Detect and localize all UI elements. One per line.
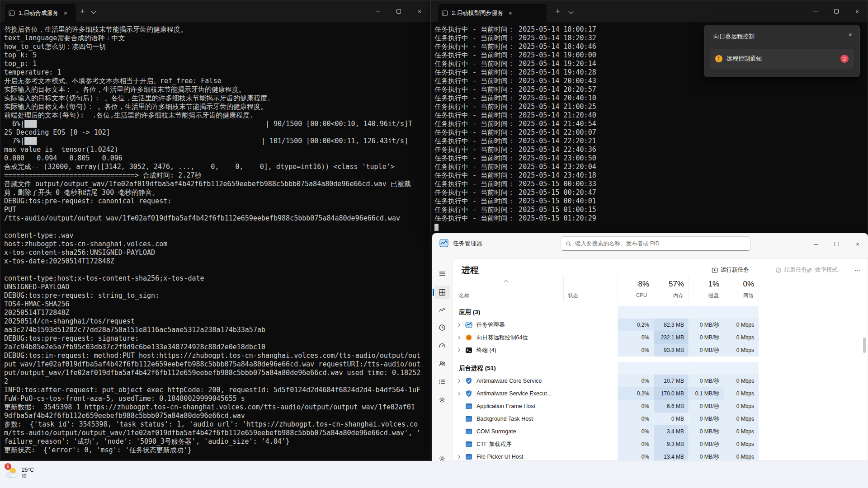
process-group-header[interactable]: 应用 (3) xyxy=(453,306,868,319)
cell-disk: 0 MB/秒 xyxy=(689,400,724,413)
remote-notification-item[interactable]: ! 远程控制通知 2 xyxy=(710,49,854,69)
expand-chevron-icon[interactable] xyxy=(457,392,460,395)
cell-cpu: 0% xyxy=(618,344,654,357)
column-network[interactable]: 网络 xyxy=(743,292,754,299)
column-cpu[interactable]: CPU xyxy=(636,292,647,298)
column-memory[interactable]: 内存 xyxy=(673,292,684,299)
terminal-output[interactable]: 替换后各位，生活里的许多细枝末节能揭示牙齿的健康程度。text_language… xyxy=(0,22,430,460)
popup-close-icon[interactable]: × xyxy=(848,31,852,38)
terminal-line: 任务执行中 - 当前时间： 2025-05-14 22:00:07 xyxy=(434,128,864,137)
terminal-line: max value is tensor(1.0242) xyxy=(4,145,426,154)
terminal-line: UNSIGNED-PAYLOAD xyxy=(4,283,426,291)
process-row[interactable]: 任务管理器 0.2%82.3 MB0 MB/秒0 Mbps xyxy=(453,319,868,331)
process-row[interactable]: Antimalware Service Execut... 0.2%170.0 … xyxy=(453,387,868,400)
tab-dropdown-icon[interactable] xyxy=(91,9,96,14)
nav-item-services[interactable] xyxy=(434,393,450,407)
efficiency-mode-button[interactable]: 效率模式 xyxy=(806,266,838,274)
process-row[interactable]: 向日葵远程控制64位 0%232.1 MB0 MB/秒0 Mbps xyxy=(453,331,868,344)
process-row[interactable]: COM Surrogate 0%3.4 MB0 MB/秒0 Mbps xyxy=(453,425,868,438)
app-history-icon xyxy=(439,324,446,331)
maximize-button[interactable] xyxy=(826,0,847,22)
expand-chevron-icon[interactable] xyxy=(457,455,460,459)
terminal-line: ================================> 合成时间: … xyxy=(4,171,426,180)
process-row[interactable]: 终端 (4) 0%93.8 MB0 MB/秒0 Mbps xyxy=(453,344,868,357)
column-disk[interactable]: 磁盘 xyxy=(708,292,719,299)
process-row[interactable]: Background Task Host 0%0 MB0 MB/秒0 Mbps xyxy=(453,413,868,425)
expand-chevron-icon[interactable] xyxy=(457,379,460,383)
run-new-task-button[interactable]: 运行新任务 xyxy=(712,266,749,274)
tab-close-icon[interactable]: × xyxy=(507,9,514,17)
terminal-line: text_language需要合成的语种：中文 xyxy=(4,34,426,42)
nav-item-details[interactable] xyxy=(434,375,450,389)
terminal-line: put/output_wav/1fe02af019dfba5af4b42f6fb… xyxy=(4,369,426,377)
cell-network: 0 Mbps xyxy=(724,450,759,460)
cell-network: 0 Mbps xyxy=(724,425,759,438)
task-manager-icon xyxy=(439,239,448,248)
terminal-line: x-tos-content-sha256:UNSIGNED-PAYLOAD xyxy=(4,249,426,257)
task-manager-nav-rail xyxy=(432,253,452,461)
services-icon xyxy=(439,396,446,404)
nav-item-users[interactable] xyxy=(434,357,450,371)
end-task-button[interactable]: 结束任务 xyxy=(775,266,807,274)
tab-close-icon[interactable]: × xyxy=(62,9,69,17)
new-tab-button[interactable]: + xyxy=(556,7,560,16)
cell-memory: 82.3 MB xyxy=(654,319,689,331)
expand-chevron-icon[interactable] xyxy=(457,348,460,352)
cell-disk: 0 MB/秒 xyxy=(689,450,724,460)
expand-chevron-icon[interactable] xyxy=(457,323,460,327)
maximize-button[interactable] xyxy=(826,233,847,255)
maximize-button[interactable] xyxy=(388,0,409,22)
processes-panel: 进程 运行新任务 结束任务 效率模式 … 名称 状态 8% xyxy=(452,258,868,461)
process-row[interactable]: File Picker UI Host 0%13.4 MB0 MB/秒0 Mbp… xyxy=(453,450,868,460)
process-row[interactable]: CTF 加载程序 0%9.3 MB0 MB/秒0 Mbps xyxy=(453,438,868,450)
minimize-button[interactable]: ─ xyxy=(368,0,388,22)
cell-memory: 93.8 MB xyxy=(654,344,689,357)
close-button[interactable]: × xyxy=(409,0,430,22)
column-name[interactable]: 名称 xyxy=(459,292,469,299)
process-row[interactable]: Application Frame Host 0%6.6 MB0 MB/秒0 M… xyxy=(453,400,868,413)
terminal-line: 2S Decoding EOS [0 -> 102] xyxy=(4,128,426,137)
task-manager-search[interactable] xyxy=(561,236,750,251)
close-button[interactable]: × xyxy=(847,0,868,22)
scrollbar-thumb[interactable] xyxy=(863,338,866,353)
terminal-line: 前端处理后的文本(每句): .各位,生活里的许多细枝末节能揭示牙齿的健康程度. xyxy=(4,111,426,120)
tab-sync-service[interactable]: 2.启动模型同步服务 × xyxy=(438,4,547,22)
terminal-line: failure_reason': '成功', 'node': '5090_3号服… xyxy=(4,437,426,446)
tab-dropdown-icon[interactable] xyxy=(568,9,573,14)
expand-chevron-icon[interactable] xyxy=(457,336,460,339)
new-tab-button[interactable]: + xyxy=(80,7,85,16)
tab-title: 2.启动模型同步服务 xyxy=(452,9,504,17)
minimize-button[interactable]: ─ xyxy=(806,233,826,255)
minimize-button[interactable]: ─ xyxy=(805,0,826,22)
nav-item-app-history[interactable] xyxy=(434,321,450,334)
processes-icon xyxy=(439,289,446,296)
window-icon xyxy=(465,428,472,435)
terminal-line: host:zhubogpt.tos-cn-shanghai.volces.com xyxy=(4,240,426,249)
nav-item-processes[interactable] xyxy=(434,286,450,299)
run-new-task-icon xyxy=(712,267,718,273)
terminal-line: PUT xyxy=(4,206,426,214)
close-button[interactable]: × xyxy=(847,233,868,255)
nav-menu-button[interactable] xyxy=(434,267,450,281)
process-group-header[interactable]: 后台进程 (51) xyxy=(453,362,868,375)
terminal-line: 任务执行中 - 当前时间： 2025-05-14 22:20:21 xyxy=(434,137,864,145)
search-icon xyxy=(566,241,571,247)
terminal-tabbar: 1.启动合成服务 × + ─ × xyxy=(0,0,430,22)
search-input[interactable] xyxy=(575,240,745,247)
terminal-line: 实际输入的目标文本(每句)： 。各位，生活里的许多细枝末节能揭示牙齿的健康程度。 xyxy=(4,103,426,111)
more-options-button[interactable]: … xyxy=(854,264,862,272)
tab-synth-service[interactable]: 1.启动合成服务 × xyxy=(5,4,76,22)
total-memory: 57% xyxy=(654,280,684,289)
nav-item-startup-apps[interactable] xyxy=(434,339,450,352)
terminal-line: temperature: 1 xyxy=(4,68,426,77)
terminal-line: 任务执行中 - 当前时间： 2025-05-15 01:20:29 xyxy=(434,214,864,223)
warning-icon: ! xyxy=(715,55,722,62)
nav-item-performance[interactable] xyxy=(434,303,450,317)
terminal-line: FuW-PuO-cs-tos-front-aza-5, usedTime: 0.… xyxy=(4,394,426,403)
column-status[interactable]: 状态 xyxy=(568,292,578,299)
hamburger-icon xyxy=(439,270,446,277)
weather-widget[interactable]: 6 25°C 晴 xyxy=(4,465,34,480)
nav-item-settings[interactable] xyxy=(434,452,450,461)
process-row[interactable]: Antimalware Core Service 0%10.7 MB0 MB/秒… xyxy=(453,375,868,387)
process-name: COM Surrogate xyxy=(476,428,516,435)
